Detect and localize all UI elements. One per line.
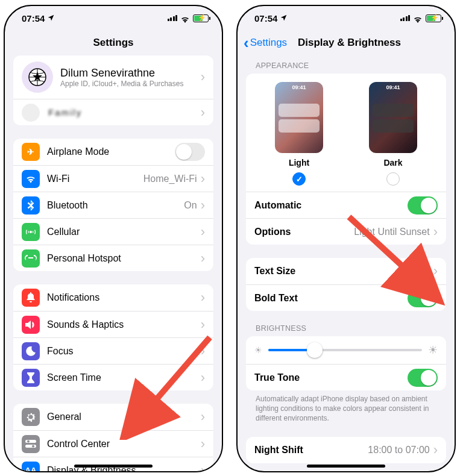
gear-icon [22, 408, 40, 426]
family-label: Family [48, 107, 201, 117]
home-indicator[interactable] [74, 465, 153, 468]
text-size-row[interactable]: Text Size › [246, 258, 446, 284]
options-row[interactable]: Options Light Until Sunset › [246, 218, 446, 245]
chevron-right-icon: › [201, 291, 205, 304]
profile-sub: Apple ID, iCloud+, Media & Purchases [60, 80, 201, 88]
hotspot-label: Personal Hotspot [47, 253, 201, 264]
family-row[interactable]: Family › [13, 99, 213, 125]
bluetooth-icon [22, 196, 40, 215]
dark-label: Dark [383, 158, 402, 168]
true-tone-label: True Tone [254, 372, 408, 383]
night-shift-row[interactable]: Night Shift 18:00 to 07:00 › [246, 437, 446, 463]
airplane-toggle[interactable] [175, 143, 205, 161]
true-tone-desc: Automatically adapt iPhone display based… [246, 390, 446, 424]
chevron-right-icon: › [201, 410, 205, 424]
options-value: Light Until Sunset [354, 227, 429, 237]
speaker-icon [22, 316, 40, 334]
cellular-label: Cellular [47, 227, 201, 237]
svg-point-5 [32, 445, 34, 447]
bell-icon [22, 289, 40, 307]
battery-icon: ⚡ [426, 14, 441, 22]
signal-icon [400, 15, 411, 21]
screentime-label: Screen Time [47, 372, 201, 383]
chevron-right-icon: › [201, 437, 205, 451]
appearance-dark[interactable]: 09:41 Dark [369, 82, 417, 186]
navbar: Settings [5, 30, 222, 55]
focus-label: Focus [47, 346, 201, 357]
dark-radio[interactable] [386, 172, 400, 186]
light-preview: 09:41 [275, 82, 323, 153]
chevron-right-icon: › [201, 172, 205, 186]
wifi-label: Wi-Fi [47, 174, 143, 184]
location-icon [280, 13, 288, 23]
focus-row[interactable]: Focus › [13, 337, 213, 364]
chevron-right-icon: › [201, 199, 205, 212]
profile-name: Dilum Senevirathne [60, 67, 201, 80]
brightness-slider[interactable] [268, 349, 422, 351]
notifications-label: Notifications [47, 292, 201, 303]
navbar: ‹ Settings Display & Brightness [238, 30, 455, 55]
bluetooth-label: Bluetooth [47, 200, 184, 211]
true-tone-toggle[interactable] [408, 369, 438, 387]
true-tone-row[interactable]: True Tone [246, 364, 446, 390]
svg-point-3 [27, 440, 30, 442]
wifi-row[interactable]: Wi-Fi Home_Wi-Fi › [13, 165, 213, 192]
svg-rect-4 [25, 445, 36, 448]
hotspot-icon [22, 249, 40, 268]
sliders-icon [22, 435, 40, 453]
bold-text-toggle[interactable] [408, 289, 438, 307]
moon-icon [22, 342, 40, 360]
back-button[interactable]: ‹ Settings [244, 34, 287, 52]
status-bar: 07:54 ⚡ [238, 6, 455, 30]
chevron-right-icon: › [201, 106, 205, 119]
back-label: Settings [250, 37, 287, 49]
bold-text-label: Bold Text [254, 293, 408, 304]
sun-high-icon: ☀︎ [428, 343, 438, 357]
home-indicator[interactable] [307, 465, 385, 468]
chevron-right-icon: › [201, 345, 205, 358]
light-radio[interactable] [292, 172, 306, 186]
display-row[interactable]: AA Display & Brightness › [13, 457, 213, 471]
page-title: Settings [93, 37, 133, 49]
automatic-label: Automatic [254, 200, 408, 211]
wifi-icon [180, 14, 190, 22]
bold-text-row[interactable]: Bold Text [246, 284, 446, 311]
status-bar: 07:54 ⚡ [5, 6, 222, 30]
airplane-row[interactable]: ✈ Airplane Mode [13, 139, 213, 165]
dark-preview: 09:41 [369, 82, 417, 153]
chevron-right-icon: › [201, 464, 205, 472]
location-icon [47, 13, 55, 23]
battery-icon: ⚡ [193, 14, 209, 22]
cellular-row[interactable]: Cellular › [13, 218, 213, 245]
sounds-row[interactable]: Sounds & Haptics › [13, 311, 213, 337]
chevron-right-icon: › [433, 443, 438, 457]
phone-settings: 07:54 ⚡ Settings [4, 5, 223, 472]
svg-rect-2 [25, 440, 36, 443]
hotspot-row[interactable]: Personal Hotspot › [13, 245, 213, 271]
wifi-value: Home_Wi-Fi [143, 174, 197, 184]
automatic-toggle[interactable] [408, 196, 438, 215]
profile-row[interactable]: Dilum Senevirathne Apple ID, iCloud+, Me… [13, 55, 213, 99]
family-icon [22, 104, 40, 122]
chevron-right-icon: › [201, 70, 205, 84]
automatic-row[interactable]: Automatic [246, 192, 446, 218]
general-row[interactable]: General › [13, 404, 213, 430]
brightness-slider-row[interactable]: ☀︎ ☀︎ [246, 336, 446, 364]
control-center-row[interactable]: Control Center › [13, 430, 213, 457]
screentime-row[interactable]: Screen Time › [13, 364, 213, 390]
text-aa-icon: AA [22, 462, 40, 472]
appearance-light[interactable]: 09:41 Light [275, 82, 323, 186]
status-time: 07:54 [254, 13, 277, 23]
airplane-icon: ✈ [22, 143, 40, 161]
chevron-right-icon: › [433, 265, 438, 278]
wifi-settings-icon [22, 170, 40, 188]
chevron-right-icon: › [201, 252, 205, 265]
signal-icon [168, 15, 178, 21]
bluetooth-row[interactable]: Bluetooth On › [13, 192, 213, 218]
phone-display-brightness: 07:54 ⚡ ‹ [236, 5, 456, 472]
hourglass-icon [22, 369, 40, 387]
chevron-right-icon: › [201, 225, 205, 239]
notifications-row[interactable]: Notifications › [13, 284, 213, 311]
chevron-right-icon: › [433, 225, 438, 239]
general-label: General [47, 412, 201, 422]
